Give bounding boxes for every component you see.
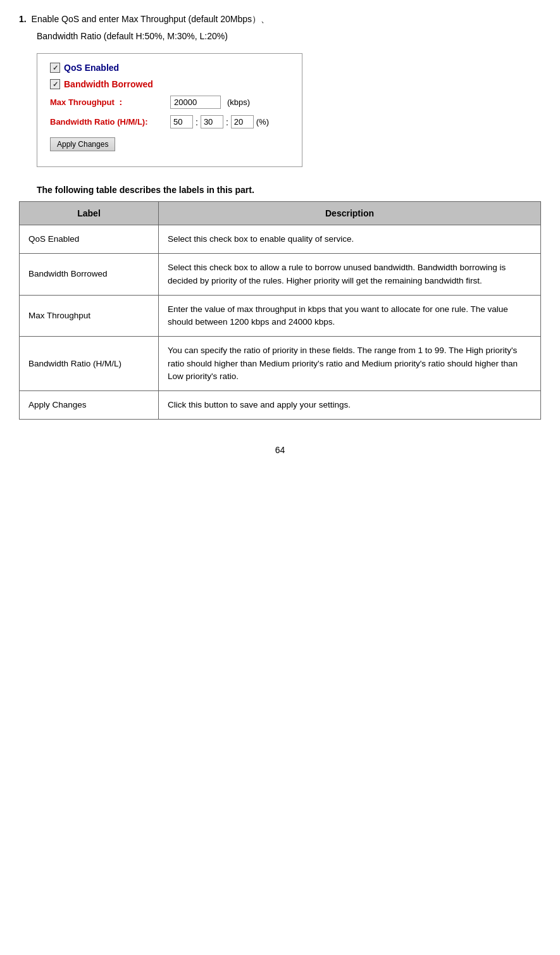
apply-btn-row: Apply Changes (50, 135, 289, 151)
table-row: Apply ChangesClick this button to save a… (20, 391, 541, 420)
step-line: 1. Enable QoS and enter Max Throughput (… (19, 13, 541, 26)
page-number: 64 (19, 445, 541, 455)
table-row: Bandwidth BorrowedSelect this check box … (20, 254, 541, 296)
table-description-cell: Select this check box to allow a rule to… (159, 254, 541, 296)
max-throughput-input[interactable] (170, 96, 221, 109)
apply-changes-button[interactable]: Apply Changes (50, 137, 115, 151)
table-description-cell: You can specify the ratio of priority in… (159, 337, 541, 391)
bandwidth-borrowed-row: ✓ Bandwidth Borrowed (50, 79, 289, 89)
table-row: QoS EnabledSelect this check box to enab… (20, 225, 541, 254)
step-number: 1. (19, 14, 27, 24)
table-intro: The following table describes the labels… (37, 185, 541, 195)
ratio-l-input[interactable] (231, 115, 254, 128)
ratio-m-input[interactable] (201, 115, 223, 128)
bandwidth-ratio-label: Bandwidth Ratio (H/M/L): (50, 117, 164, 127)
bw-checkbox-icon[interactable]: ✓ (50, 79, 60, 89)
col-label-header: Label (20, 202, 159, 225)
table-label-cell: Bandwidth Borrowed (20, 254, 159, 296)
qos-checkbox-icon[interactable]: ✓ (50, 63, 60, 73)
ratio-inputs: : : (%) (170, 115, 269, 128)
table-label-cell: Apply Changes (20, 391, 159, 420)
table-label-cell: Bandwidth Ratio (H/M/L) (20, 337, 159, 391)
description-table: Label Description QoS EnabledSelect this… (19, 201, 541, 420)
table-label-cell: Max Throughput (20, 295, 159, 337)
ratio-separator-2: : (226, 117, 228, 127)
intro-section: 1. Enable QoS and enter Max Throughput (… (19, 13, 541, 173)
bw-checkbox-label[interactable]: ✓ Bandwidth Borrowed (50, 79, 153, 89)
table-row: Bandwidth Ratio (H/M/L)You can specify t… (20, 337, 541, 391)
table-row: Max ThroughputEnter the value of max thr… (20, 295, 541, 337)
table-header-row: Label Description (20, 202, 541, 225)
bw-borrowed-label-text: Bandwidth Borrowed (64, 79, 153, 89)
table-description-cell: Click this button to save and apply your… (159, 391, 541, 420)
ratio-separator-1: : (196, 117, 198, 127)
qos-enabled-row: ✓ QoS Enabled (50, 63, 289, 73)
table-description-cell: Select this check box to enable quality … (159, 225, 541, 254)
qos-label-text: QoS Enabled (64, 63, 119, 73)
ratio-h-input[interactable] (170, 115, 193, 128)
table-label-cell: QoS Enabled (20, 225, 159, 254)
step-text: Enable QoS and enter Max Throughput (def… (32, 14, 270, 24)
ratio-unit: (%) (256, 117, 269, 127)
table-description-cell: Enter the value of max throughput in kbp… (159, 295, 541, 337)
step-subtext: Bandwidth Ratio (default H:50%, M:30%, L… (37, 30, 541, 43)
config-box: ✓ QoS Enabled ✓ Bandwidth Borrowed Max T… (37, 53, 302, 167)
max-throughput-label: Max Throughput ： (50, 97, 164, 108)
max-throughput-row: Max Throughput ： (kbps) (50, 96, 289, 109)
max-throughput-unit: (kbps) (227, 97, 250, 107)
bandwidth-ratio-row: Bandwidth Ratio (H/M/L): : : (%) (50, 115, 289, 128)
qos-checkbox-label[interactable]: ✓ QoS Enabled (50, 63, 119, 73)
col-description-header: Description (159, 202, 541, 225)
